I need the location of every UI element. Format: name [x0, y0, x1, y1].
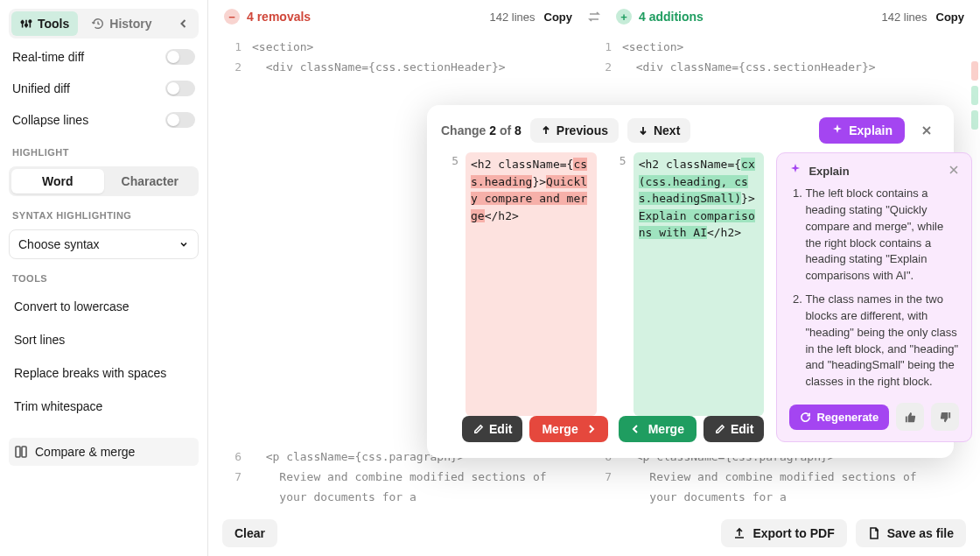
swap-icon[interactable]	[586, 9, 602, 25]
minus-badge: −	[224, 9, 240, 25]
upload-icon	[733, 527, 746, 539]
code-right-body: <h2 className={cx(css.heading, css.headi…	[634, 152, 765, 416]
background-code: 1<section>1<section> 2 <div className={c…	[208, 37, 980, 77]
toggle-unified[interactable]	[165, 81, 195, 96]
explain-close-button[interactable]	[948, 165, 959, 178]
sliders-icon	[20, 18, 32, 30]
sidebar: Tools History Real-time diff Unified dif…	[0, 0, 208, 556]
toggle-realtime[interactable]	[165, 49, 195, 65]
arrow-down-icon	[638, 125, 648, 136]
edit-right-button[interactable]: Edit	[704, 416, 764, 442]
file-icon	[868, 527, 880, 539]
svg-point-2	[29, 20, 32, 23]
clear-button[interactable]: Clear	[222, 519, 277, 547]
compare-merge-button[interactable]: Compare & merge	[9, 438, 199, 466]
history-icon	[92, 18, 104, 30]
code-block-right: 5 <h2 className={cx(css.heading, css.hea…	[609, 152, 765, 416]
tool-replace-breaks[interactable]: Replace breaks with spaces	[9, 359, 199, 387]
chevron-left-icon	[178, 18, 189, 29]
svg-rect-3	[16, 447, 20, 457]
plus-badge: +	[616, 9, 632, 25]
explain-list: The left block contains a heading statin…	[789, 186, 959, 391]
close-icon	[920, 124, 933, 137]
explain-item: The left block contains a heading statin…	[805, 186, 959, 285]
tab-tools-label: Tools	[38, 17, 69, 31]
pencil-icon	[714, 424, 725, 435]
svg-rect-4	[22, 447, 26, 457]
toggle-collapse[interactable]	[165, 112, 195, 128]
tool-sort-lines[interactable]: Sort lines	[9, 326, 199, 354]
tools-section-label: TOOLS	[9, 264, 199, 287]
tab-history-label: History	[109, 17, 151, 31]
highlight-character[interactable]: Character	[104, 169, 197, 194]
minimap-marks	[971, 61, 978, 130]
merge-left-button[interactable]: Merge	[529, 416, 607, 442]
highlight-section-label: HIGHLIGHT	[9, 138, 199, 161]
next-button[interactable]: Next	[627, 118, 690, 143]
code-block-left: 5 <h2 className={css.heading}>Quickly co…	[441, 152, 597, 416]
syntax-section-label: SYNTAX HIGHLIGHTING	[9, 201, 199, 224]
diff-col-right: + 4 additions 142 lines Copy	[616, 9, 964, 25]
main: − 4 removals 142 lines Copy + 4 addition…	[208, 0, 980, 556]
compare-icon	[14, 445, 28, 459]
tool-lowercase[interactable]: Convert to lowercase	[9, 292, 199, 320]
previous-button[interactable]: Previous	[530, 118, 619, 143]
toggle-unified-diff: Unified diff	[9, 75, 199, 102]
tab-history[interactable]: History	[83, 11, 160, 36]
chevron-right-icon	[587, 425, 596, 433]
highlight-word[interactable]: Word	[11, 169, 104, 194]
toggle-realtime-diff: Real-time diff	[9, 44, 199, 70]
code-compare: 5 <h2 className={css.heading}>Quickly co…	[441, 152, 764, 416]
merge-right-button[interactable]: Merge	[619, 416, 696, 442]
thumbs-down-button[interactable]	[931, 403, 959, 431]
code-left-body: <h2 className={css.heading}>Quickly comp…	[466, 152, 597, 416]
thumbs-down-icon	[939, 411, 952, 424]
copy-right-button[interactable]: Copy	[936, 11, 965, 24]
arrow-up-icon	[541, 125, 551, 136]
thumbs-up-icon	[904, 411, 917, 424]
left-line-count: 142 lines	[489, 11, 535, 24]
refresh-icon	[800, 412, 811, 423]
tab-tools[interactable]: Tools	[11, 11, 78, 36]
sparkle-icon	[831, 124, 844, 137]
sidebar-collapse-button[interactable]	[172, 11, 196, 36]
diff-col-left: − 4 removals 142 lines Copy	[224, 9, 572, 25]
export-pdf-button[interactable]: Export to PDF	[721, 519, 846, 547]
change-overlay: Change 2 of 8 Previous Next Explain	[427, 105, 954, 458]
explain-button[interactable]: Explain	[819, 117, 905, 144]
overlay-close-button[interactable]	[914, 117, 940, 144]
explain-title: Explain	[808, 165, 849, 178]
thumbs-up-button[interactable]	[896, 403, 924, 431]
syntax-select[interactable]: Choose syntax	[9, 229, 199, 259]
chevron-left-icon	[631, 425, 640, 433]
footer-bar: Clear Export to PDF Save as file	[208, 510, 980, 556]
highlight-segmented: Word Character	[9, 166, 199, 196]
right-line-count: 142 lines	[881, 11, 927, 24]
sidebar-tabs: Tools History	[9, 9, 199, 39]
close-icon	[948, 165, 959, 175]
save-file-button[interactable]: Save as file	[856, 519, 966, 547]
explain-item: The class names in the two blocks are di…	[805, 292, 959, 391]
change-counter: Change 2 of 8	[441, 123, 522, 137]
chevron-down-icon	[178, 239, 189, 250]
toggle-collapse-lines: Collapse lines	[9, 107, 199, 133]
edit-left-button[interactable]: Edit	[462, 416, 522, 442]
copy-left-button[interactable]: Copy	[544, 11, 573, 24]
additions-count: 4 additions	[639, 10, 704, 24]
sparkle-icon	[789, 164, 802, 179]
tool-trim-whitespace[interactable]: Trim whitespace	[9, 392, 199, 420]
pencil-icon	[472, 424, 484, 435]
explain-panel: Explain The left block contains a headin…	[776, 152, 972, 442]
removals-count: 4 removals	[247, 10, 311, 24]
diff-header: − 4 removals 142 lines Copy + 4 addition…	[208, 0, 980, 37]
svg-point-0	[21, 21, 24, 24]
svg-point-1	[25, 24, 28, 26]
regenerate-button[interactable]: Regenerate	[789, 405, 889, 430]
